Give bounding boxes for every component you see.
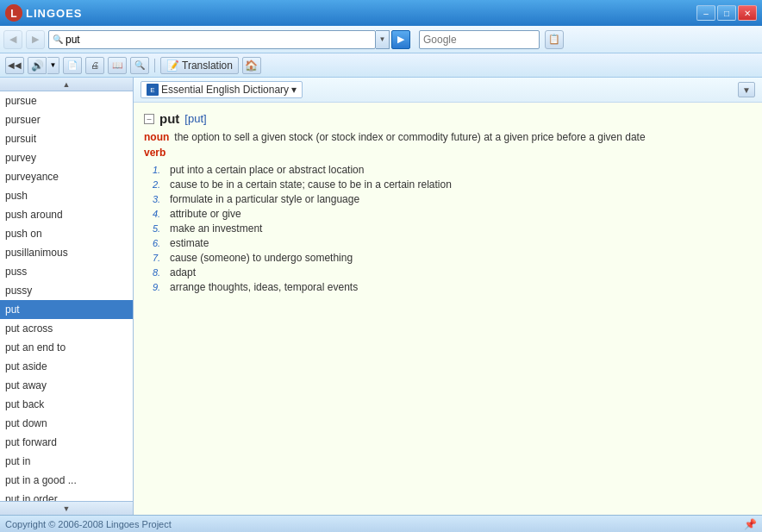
sidebar-scroll-down[interactable]: ▼ (0, 501, 133, 515)
minimize-button[interactable]: – (696, 5, 715, 21)
bookmark-button[interactable]: 📖 (108, 57, 127, 74)
definition-text: attribute or give (170, 208, 241, 220)
noun-definition: the option to sell a given stock (or sto… (174, 131, 645, 143)
definition-item: 3.formulate in a particular style or lan… (153, 193, 752, 205)
definition-number: 5. (153, 223, 166, 234)
sidebar-word-item[interactable]: put forward (0, 433, 133, 452)
toolbar-divider (154, 59, 155, 72)
print-button[interactable]: 🖨 (85, 57, 104, 74)
definition-text: estimate (170, 237, 209, 249)
dictionary-icon: E (147, 84, 159, 96)
sidebar-word-item[interactable]: put across (0, 319, 133, 338)
google-search-input[interactable] (423, 34, 553, 46)
app-title: LINGOES (26, 7, 83, 20)
back-button[interactable]: ◀ (3, 30, 22, 49)
copy-button[interactable]: 📋 (545, 30, 564, 49)
word-header-line: – put [put] (144, 111, 752, 126)
nav-back-small-button[interactable]: ◀◀ (5, 57, 24, 74)
sidebar-word-item[interactable]: push (0, 186, 133, 205)
definition-item: 4.attribute or give (153, 208, 752, 220)
app-logo: L LINGOES (5, 4, 696, 22)
search-box: 🔍 ▼ ▶ (48, 30, 410, 49)
definitions-list: 1.put into a certain place or abstract l… (153, 164, 752, 293)
definition-item: 6.estimate (153, 237, 752, 249)
dictionary-name: Essential English Dictionary (161, 84, 289, 96)
title-bar: L LINGOES – □ ✕ (0, 0, 762, 26)
definition-number: 8. (153, 267, 166, 278)
dictionary-selector-arrow: ▾ (291, 84, 297, 96)
definition-number: 9. (153, 282, 166, 292)
sidebar-word-item[interactable]: put down (0, 414, 133, 433)
app-icon: L (5, 4, 22, 22)
secondary-toolbar: ◀◀ 🔊 ▼ 📄 🖨 📖 🔍 📝 Translation 🏠 (0, 53, 762, 78)
sidebar-word-item[interactable]: put in a good ... (0, 471, 133, 490)
search-dropdown-button[interactable]: ▼ (376, 30, 390, 49)
definition-item: 7.cause (someone) to undergo something (153, 252, 752, 264)
forward-button[interactable]: ▶ (26, 30, 45, 49)
copyright-text: Copyright © 2006-2008 Lingoes Project (5, 519, 172, 529)
pos-verb: verb (144, 147, 166, 159)
sidebar-word-item[interactable]: pursuit (0, 129, 133, 148)
phonetic: [put] (184, 112, 206, 125)
dictionary-selector[interactable]: E Essential English Dictionary ▾ (141, 81, 303, 98)
search-input[interactable] (66, 34, 372, 46)
word-list-sidebar: ▲ pursuepursuerpursuitpurveypurveyancepu… (0, 78, 134, 515)
definition-item: 8.adapt (153, 266, 752, 279)
window-controls: – □ ✕ (696, 5, 757, 21)
home-button[interactable]: 🏠 (242, 57, 261, 74)
word-list: pursuepursuerpursuitpurveypurveyancepush… (0, 91, 133, 501)
sidebar-word-item[interactable]: put aside (0, 357, 133, 376)
sidebar-word-item[interactable]: pusillanimous (0, 243, 133, 262)
definition-number: 3. (153, 194, 166, 204)
definition-text: put into a certain place or abstract loc… (170, 164, 364, 176)
search-dict-button[interactable]: 🔍 (130, 57, 149, 74)
status-bar: Copyright © 2006-2008 Lingoes Project 📌 (0, 515, 762, 532)
definition-text: make an investment (170, 222, 262, 235)
svg-text:L: L (10, 8, 16, 20)
speak-button[interactable]: 🔊 (28, 57, 47, 74)
definition-item: 5.make an investment (153, 222, 752, 235)
noun-line: noun the option to sell a given stock (o… (144, 131, 752, 143)
sidebar-word-item[interactable]: pursue (0, 91, 133, 110)
maximize-button[interactable]: □ (717, 5, 736, 21)
definition-number: 6. (153, 238, 166, 248)
definition-item: 2.cause to be in a certain state; cause … (153, 178, 752, 191)
sidebar-word-item[interactable]: pursuer (0, 110, 133, 129)
search-go-button[interactable]: ▶ (391, 30, 410, 49)
sidebar-word-item[interactable]: push on (0, 224, 133, 243)
definition-text: arrange thoughts, ideas, temporal events (170, 281, 358, 293)
definition-number: 1. (153, 165, 166, 175)
sidebar-word-item[interactable]: put away (0, 376, 133, 395)
definition-number: 4. (153, 209, 166, 219)
sidebar-word-item[interactable]: put (0, 300, 133, 319)
translation-label: Translation (182, 59, 233, 72)
speaker-control: 🔊 ▼ (28, 57, 59, 74)
dictionary-header: E Essential English Dictionary ▾ ▼ (134, 78, 762, 103)
definition-text: adapt (170, 266, 196, 279)
sidebar-word-item[interactable]: push around (0, 205, 133, 224)
main-toolbar: ◀ ▶ 🔍 ▼ ▶ 🔍 📋 (0, 26, 762, 53)
verb-line: verb (144, 147, 752, 159)
sidebar-scroll-up[interactable]: ▲ (0, 78, 133, 91)
pin-button[interactable]: 📌 (744, 518, 757, 530)
sidebar-word-item[interactable]: purvey (0, 148, 133, 167)
word-expand-button[interactable]: – (144, 114, 154, 124)
sidebar-word-item[interactable]: put back (0, 395, 133, 414)
pos-noun: noun (144, 131, 169, 143)
translation-button[interactable]: 📝 Translation (160, 57, 239, 74)
sidebar-word-item[interactable]: put in order (0, 490, 133, 501)
sidebar-word-item[interactable]: puss (0, 262, 133, 281)
speak-dropdown-button[interactable]: ▼ (47, 57, 59, 74)
close-button[interactable]: ✕ (738, 5, 757, 21)
search-input-wrapper: 🔍 (48, 30, 376, 49)
definition-number: 2. (153, 179, 166, 190)
sidebar-word-item[interactable]: put in (0, 452, 133, 471)
sidebar-word-item[interactable]: purveyance (0, 167, 133, 186)
sidebar-word-item[interactable]: pussy (0, 281, 133, 300)
dictionary-collapse-button[interactable]: ▼ (738, 82, 755, 97)
definition-item: 9.arrange thoughts, ideas, temporal even… (153, 281, 752, 293)
copy-dict-button[interactable]: 📄 (63, 57, 82, 74)
definition-text: formulate in a particular style or langu… (170, 193, 359, 205)
sidebar-word-item[interactable]: put an end to (0, 338, 133, 357)
headword: put (159, 111, 179, 126)
